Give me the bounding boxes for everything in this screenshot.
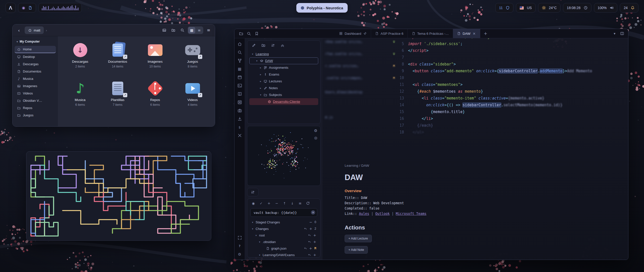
folder-item-juegos[interactable]: ↗Juegos8 items: [176, 42, 210, 80]
note-breadcrumb[interactable]: Learning / DAW: [345, 164, 576, 167]
new-folder-button[interactable]: [170, 26, 177, 34]
ribbon-tools-icon[interactable]: [237, 133, 242, 138]
tab-tema-6-pr-cticas-[interactable]: Tema 6 Prácticas -…: [408, 29, 453, 38]
new-folder-icon[interactable]: [261, 43, 265, 47]
new-note-icon[interactable]: [252, 43, 256, 47]
ribbon-home-icon[interactable]: [237, 42, 242, 46]
git-action-plus-icon[interactable]: +: [313, 253, 316, 256]
ribbon-blocks-icon[interactable]: ▦: [237, 67, 242, 71]
obsidian-app-icon[interactable]: ◉: [22, 6, 25, 10]
commit-message-input[interactable]: [250, 208, 317, 217]
path-breadcrumb[interactable]: matt: [25, 26, 44, 34]
menu-button[interactable]: ≡: [205, 26, 212, 34]
git-action-discard-icon[interactable]: [308, 240, 311, 243]
sidebar-item-juegos[interactable]: Juegos: [15, 112, 56, 119]
ribbon-dice-icon[interactable]: [237, 100, 242, 105]
statusbar-notifications[interactable]: 24: [620, 3, 638, 13]
search-toggle-icon[interactable]: [247, 31, 251, 36]
ribbon-import-icon[interactable]: [237, 117, 242, 121]
git-row-root[interactable]: ▾root+: [249, 232, 318, 239]
tab-list-icon[interactable]: ▾: [613, 31, 617, 36]
folder-item-documentos[interactable]: ↗Documentos14 items: [101, 42, 135, 80]
git-action-discard-icon[interactable]: [304, 247, 307, 250]
sidebar-item-obsidian-v-[interactable]: Obsidian V…: [15, 97, 56, 104]
search-button[interactable]: [179, 26, 186, 34]
tree-item-lectures[interactable]: ▸Lectures: [249, 78, 318, 85]
tree-item-assignments[interactable]: ▸Assignments: [249, 64, 318, 71]
split-editor-icon[interactable]: [620, 31, 624, 36]
git-row-graph-json[interactable]: graph.json+M: [249, 245, 318, 252]
grid-view-button[interactable]: ▦: [188, 27, 195, 33]
statusbar-updates[interactable]: 11: [495, 3, 514, 13]
tree-item-exams[interactable]: ▸!Exams: [249, 71, 318, 78]
graph-filter-icon[interactable]: ◎: [314, 136, 318, 140]
sidebar-item-documentos[interactable]: Documentos: [15, 68, 56, 75]
statusbar-weather[interactable]: 24°C: [538, 3, 560, 13]
tree-item-desarrollo-cliente[interactable]: Desarrollo-Cliente: [249, 98, 318, 105]
ribbon-book-icon[interactable]: [237, 92, 242, 96]
ribbon-git-fork-icon[interactable]: [237, 58, 242, 63]
git-pull-icon[interactable]: ↓: [290, 201, 294, 205]
tree-item-notes[interactable]: ▸Notes: [249, 85, 318, 91]
git-row-learning-daw-exams[interactable]: ▾Learning/DAW/Exams+: [249, 252, 318, 258]
tab-daw[interactable]: DAW×: [453, 29, 480, 38]
folder-item-descargas[interactable]: ↓Descargas2 items: [63, 42, 97, 80]
git-action-discard-icon[interactable]: [304, 227, 307, 230]
git-row-changes[interactable]: ▾Changes+2: [249, 225, 318, 232]
git-commit-icon[interactable]: ◉: [251, 201, 255, 205]
back-button[interactable]: ‹: [15, 26, 23, 34]
ribbon-dollar-icon[interactable]: $: [237, 125, 242, 129]
graph-gear-icon[interactable]: ⚙: [314, 129, 318, 133]
ribbon-expand-icon[interactable]: [237, 235, 242, 240]
tab-asp-practice-6[interactable]: ASP Practice 6: [371, 29, 408, 38]
media-widget[interactable]: Polyphia - Neurotica: [296, 3, 348, 13]
git-list-icon[interactable]: ≡: [298, 201, 302, 205]
sidebar-item-descargas[interactable]: Descargas: [15, 60, 56, 68]
sort-icon[interactable]: [271, 43, 275, 47]
clear-commit-message-icon[interactable]: ×: [311, 210, 315, 215]
graph-view-panel[interactable]: ⚙◎: [247, 126, 320, 186]
git-minus-icon[interactable]: −: [275, 201, 279, 205]
tree-item-learning[interactable]: ▾Learning: [249, 51, 318, 57]
launcher-button[interactable]: Λ: [6, 3, 16, 13]
image-button[interactable]: [160, 26, 168, 34]
collapse-icon[interactable]: [280, 43, 285, 47]
ribbon-help-icon[interactable]: ?: [237, 244, 242, 248]
files-header-bar[interactable]: ‹ matt › ▦≡≡: [13, 24, 215, 36]
git-plus-icon[interactable]: +: [267, 201, 271, 205]
tab-dashboard[interactable]: Dashboard: [335, 29, 371, 38]
sidebar-item-desktop[interactable]: Desktop: [15, 53, 56, 60]
git-action-discard-icon[interactable]: [308, 234, 311, 237]
new-tab-button[interactable]: +: [480, 29, 491, 38]
folder-item-plantillas[interactable]: ↗Plantillas7 items: [101, 80, 135, 118]
git-row--obsidian[interactable]: ▾.obsidian+: [249, 239, 318, 245]
pipes-terminal-window[interactable]: [26, 151, 211, 241]
git-refresh-icon[interactable]: [306, 201, 310, 205]
statusbar-volume[interactable]: 100%: [594, 3, 618, 13]
tree-item-subjects[interactable]: ▾Subjects: [249, 91, 318, 98]
tab-close-icon[interactable]: ×: [472, 32, 476, 35]
git-push-icon[interactable]: ↑: [283, 201, 287, 205]
sidebar-section-title[interactable]: ▾ My Computer: [15, 39, 56, 45]
sidebar-item-imagenes[interactable]: Imagenes: [15, 82, 56, 90]
ribbon-gear-icon[interactable]: ⚙: [237, 252, 242, 257]
statusbar-clock[interactable]: 18:08:28: [563, 3, 591, 13]
obsidian-tab-bar[interactable]: DashboardASP Practice 6Tema 6 Prácticas …: [234, 29, 628, 38]
ribbon-calendar-icon[interactable]: [237, 75, 242, 80]
sidebar-item-videos[interactable]: Videos: [15, 90, 56, 97]
sidebar-item-repos[interactable]: Repos: [15, 104, 56, 112]
bookmark-toggle-icon[interactable]: [255, 31, 259, 36]
git-check-icon[interactable]: ✓: [259, 201, 263, 205]
list-view-button[interactable]: ≡: [196, 27, 203, 33]
sidebar-item-musica[interactable]: ♪Musica: [15, 75, 56, 82]
folder-item-videos[interactable]: ↗Videos4 items: [176, 80, 210, 118]
note-link-microsoft-teams[interactable]: Microsoft Teams: [396, 212, 426, 216]
note-link-aules[interactable]: Aules: [359, 212, 369, 216]
ribbon-search-icon[interactable]: [237, 50, 242, 55]
note-link-outlook[interactable]: Outlook: [375, 212, 390, 216]
git-action-plus-icon[interactable]: +: [309, 227, 312, 230]
action-button--add-lecture[interactable]: + Add Lecture: [345, 235, 372, 242]
git-action-plus-icon[interactable]: +: [313, 234, 316, 237]
folder-item-imagenes[interactable]: Imagenes10 items: [138, 42, 172, 80]
files-app-icon[interactable]: [28, 6, 32, 10]
